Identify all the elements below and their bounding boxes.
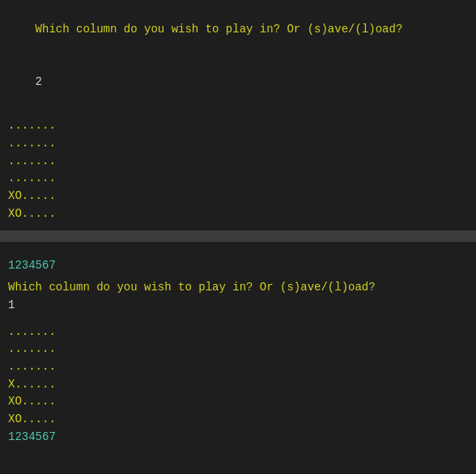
bottom-prompt-line: Which column do you wish to play in? Or …: [8, 279, 468, 297]
top-board-row-2: .......: [8, 135, 468, 153]
top-terminal-pane: Which column do you wish to play in? Or …: [0, 0, 476, 231]
top-board-row-5: XO.....: [8, 188, 468, 205]
top-board-row-1: .......: [8, 117, 468, 135]
top-board-row-3: .......: [8, 153, 468, 171]
bottom-board-row-5: XO.....: [8, 393, 468, 411]
top-board-row-4: .......: [8, 170, 468, 188]
top-spacer: [8, 108, 468, 117]
bottom-spacer3: [8, 314, 468, 323]
bottom-board-row-2: .......: [8, 341, 468, 358]
top-prompt-line: Which column do you wish to play in? Or …: [8, 3, 468, 56]
top-input-line: 2: [8, 56, 468, 108]
top-input-value[interactable]: 2: [36, 75, 42, 88]
bottom-spacer-top: [8, 250, 468, 256]
bottom-column-numbers-top: 1234567: [8, 257, 468, 275]
bottom-column-numbers-bottom: 1234567: [8, 429, 468, 446]
bottom-terminal-pane: 1234567 Which column do you wish to play…: [0, 242, 476, 454]
bottom-board-row-6: XO.....: [8, 411, 468, 429]
top-board-row-6: XO.....: [8, 205, 468, 223]
top-prompt-text: Which column do you wish to play in? Or …: [36, 23, 403, 36]
bottom-board-row-4: X......: [8, 376, 468, 394]
bottom-board-row-3: .......: [8, 358, 468, 376]
bottom-board-row-1: .......: [8, 324, 468, 341]
terminal-divider: [0, 231, 476, 242]
bottom-input-line[interactable]: 1: [8, 297, 468, 315]
